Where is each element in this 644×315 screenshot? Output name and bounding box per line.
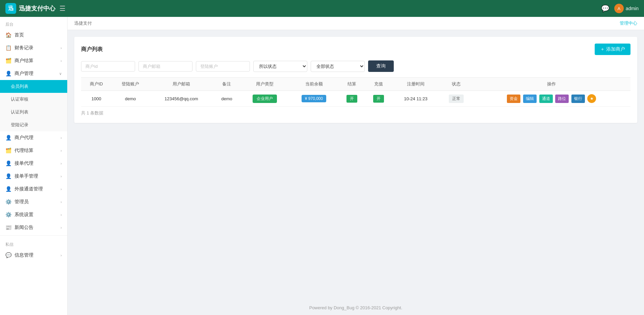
query-button[interactable]: 查询 (368, 60, 394, 72)
sidebar-section-top: 后台 (0, 17, 67, 29)
sidebar-label-system: 系统设置 (15, 212, 33, 218)
home-icon: 🏠 (5, 32, 12, 38)
merchant-table: 商户ID 登陆账户 用户邮箱 备注 用户类型 当前余额 结算 充值 注册时间 状… (81, 77, 630, 107)
order-hand-icon: 👤 (5, 173, 12, 179)
merchant-submenu: 会员列表 认证审核 认证列表 登陆记录 (0, 80, 67, 131)
full-status-select[interactable]: 全部状态 (311, 61, 365, 72)
action-bank-btn[interactable]: 银行 (571, 95, 585, 103)
table-row: 1000 demo 123456@qq.com demo 企业用户 ¥ 970,… (81, 91, 630, 107)
sidebar-label-agent-settle: 代理结算 (15, 148, 33, 154)
chevron-down-icon: ∨ (59, 72, 62, 76)
auth-review-label: 认证审核 (11, 96, 28, 102)
sidebar-label-agent: 商户代理 (15, 135, 33, 141)
action-channel-btn[interactable]: 通道 (539, 95, 553, 103)
breadcrumb: 迅捷支付 (74, 20, 92, 26)
sidebar-label-finance: 财务记录 (15, 45, 33, 51)
col-actions: 操作 (473, 78, 630, 91)
message-icon[interactable]: 💬 (601, 4, 610, 12)
chevron-right-icon: › (60, 200, 62, 204)
login-account-input[interactable] (196, 61, 250, 72)
sidebar-item-system[interactable]: ⚙️ 系统设置 › (0, 208, 67, 221)
recharge-toggle-btn[interactable]: 开 (373, 95, 384, 103)
sidebar-item-message[interactable]: 💬 信息管理 › (0, 249, 67, 262)
add-merchant-button[interactable]: ＋ 添加商户 (595, 44, 630, 55)
cell-user-type: 企业用户 (240, 91, 289, 107)
breadcrumb-bar: 迅捷支付 管理中心 (68, 17, 644, 30)
chevron-right-icon: › (60, 149, 62, 153)
sidebar-item-member-list[interactable]: 会员列表 (0, 80, 67, 93)
sidebar-item-order-hand[interactable]: 👤 接单手管理 › (0, 170, 67, 183)
status-select[interactable]: 所以状态 启用 禁用 (253, 61, 307, 72)
sidebar-item-auth-list[interactable]: 认证列表 (0, 106, 67, 119)
content-area: 迅捷支付 管理中心 商户列表 ＋ 添加商户 (68, 17, 644, 315)
sidebar-item-home[interactable]: 🏠 首页 (0, 29, 67, 42)
settle-icon: 🗂️ (5, 58, 12, 64)
sidebar-label-order-agent: 接单代理 (15, 160, 33, 166)
system-icon: ⚙️ (5, 212, 12, 218)
sidebar-label-admin: 管理员 (15, 199, 29, 205)
merchant-list-card: 商户列表 ＋ 添加商户 所以状态 启用 禁用 (74, 37, 637, 123)
sidebar-divider (0, 235, 67, 236)
sidebar-section-private: 私信 (0, 237, 67, 249)
login-log-label: 登陆记录 (11, 122, 28, 128)
settle-toggle-btn[interactable]: 开 (346, 95, 357, 103)
agent-icon: 👤 (5, 135, 12, 141)
merchant-id-input[interactable] (81, 61, 135, 72)
chevron-right-icon: › (60, 59, 62, 63)
logo-area: 迅 迅捷支付中心 (5, 3, 55, 14)
table-count: 共 1 条数据 (81, 110, 630, 116)
sidebar-item-news[interactable]: 📰 新闻公告 › (0, 221, 67, 234)
sidebar-item-merchant-mgmt[interactable]: 👤 商户管理 ∨ (0, 67, 67, 80)
main-layout: 后台 🏠 首页 📋 财务记录 › 🗂️ 商户结算 › (0, 17, 644, 315)
cell-recharge: 开 (365, 91, 392, 107)
sidebar-item-external-channel[interactable]: 👤 外接通道管理 › (0, 183, 67, 195)
sidebar-item-finance[interactable]: 📋 财务记录 › (0, 42, 67, 54)
header-left: 迅 迅捷支付中心 ☰ (5, 3, 66, 14)
news-icon: 📰 (5, 225, 12, 231)
add-merchant-label: 添加商户 (606, 46, 625, 52)
balance-badge: ¥ 970,000 (302, 95, 326, 102)
chevron-right-icon: › (60, 253, 62, 257)
footer-text: Powered by Dong_Bug © 2016-2021 Copyrigh… (309, 305, 403, 310)
card-header: 商户列表 ＋ 添加商户 (81, 44, 630, 55)
sidebar-item-agent-settle[interactable]: 🗂️ 代理结算 › (0, 144, 67, 157)
table-header-row: 商户ID 登陆账户 用户邮箱 备注 用户类型 当前余额 结算 充值 注册时间 状… (81, 78, 630, 91)
cell-merchant-id: 1000 (81, 91, 111, 107)
sidebar-item-agent[interactable]: 👤 商户代理 › (0, 131, 67, 144)
hamburger-icon[interactable]: ☰ (59, 4, 66, 12)
finance-icon: 📋 (5, 45, 12, 51)
action-star-btn[interactable]: ★ (587, 94, 596, 103)
sidebar-item-login-log[interactable]: 登陆记录 (0, 119, 67, 131)
user-type-badge: 企业用户 (253, 95, 277, 103)
merchant-email-input[interactable] (138, 61, 192, 72)
filter-row: 所以状态 启用 禁用 全部状态 查询 (81, 60, 630, 72)
sidebar-label-order-hand: 接单手管理 (15, 173, 38, 179)
admin-avatar: A (614, 4, 624, 13)
admin-area[interactable]: A admin (614, 4, 639, 13)
cell-login-account: demo (111, 91, 149, 107)
member-list-label: 会员列表 (11, 83, 28, 89)
app-title: 迅捷支付中心 (19, 4, 55, 12)
col-user-type: 用户类型 (240, 78, 289, 91)
breadcrumb-right[interactable]: 管理中心 (620, 20, 637, 26)
cell-balance: ¥ 970,000 (289, 91, 339, 107)
col-balance: 当前余额 (289, 78, 339, 91)
sidebar-item-auth-review[interactable]: 认证审核 (0, 93, 67, 106)
auth-list-label: 认证列表 (11, 109, 28, 115)
sidebar-item-admin[interactable]: ⚙️ 管理员 › (0, 195, 67, 208)
col-status: 状态 (439, 78, 473, 91)
external-channel-icon: 👤 (5, 186, 12, 192)
sidebar-item-merchant-settle[interactable]: 🗂️ 商户结算 › (0, 54, 67, 67)
cell-settle: 开 (339, 91, 365, 107)
action-edit-btn[interactable]: 编辑 (523, 95, 537, 103)
logo-icon: 迅 (5, 3, 16, 14)
action-capital-btn[interactable]: 资金 (507, 95, 520, 103)
merchant-mgmt-icon: 👤 (5, 71, 12, 77)
status-badge: 正常 (449, 95, 464, 103)
action-position-btn[interactable]: 路位 (555, 95, 569, 103)
sidebar-item-order-agent[interactable]: 👤 接单代理 › (0, 157, 67, 170)
col-remark: 备注 (213, 78, 240, 91)
cell-actions: 资金 编辑 通道 路位 银行 ★ (473, 91, 630, 107)
agent-settle-icon: 🗂️ (5, 148, 12, 154)
card-title: 商户列表 (81, 46, 103, 53)
